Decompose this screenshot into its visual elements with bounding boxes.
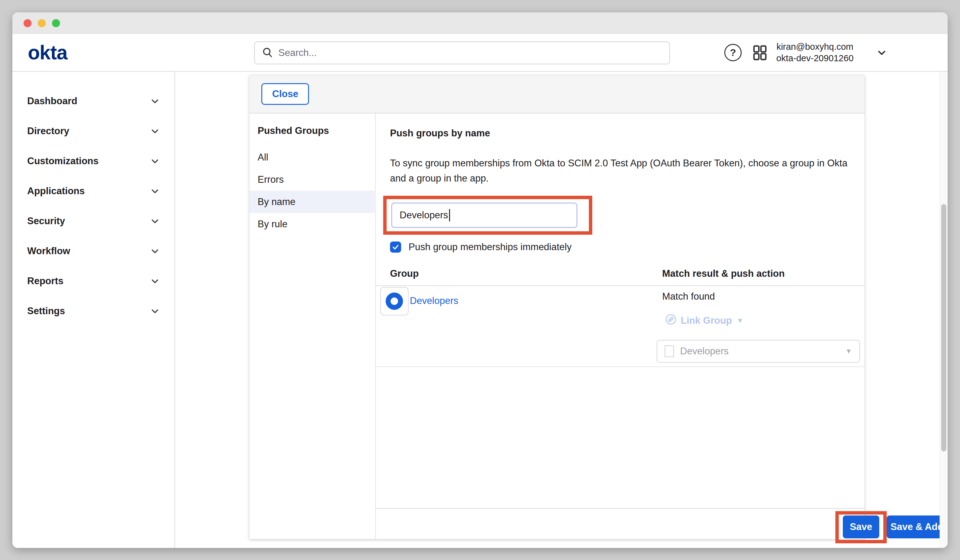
window-close-button[interactable] <box>24 19 32 27</box>
pushed-groups-tab-by-name[interactable]: By name <box>250 191 374 213</box>
app-group-icon <box>665 346 674 357</box>
group-name-input[interactable]: Developers <box>391 203 578 228</box>
panel-description: To sync group memberships from Okta to S… <box>390 155 854 186</box>
help-icon[interactable]: ? <box>724 44 742 61</box>
pushed-groups-tab-all[interactable]: All <box>250 146 374 168</box>
pushed-groups-title: Pushed Groups <box>258 125 329 136</box>
group-name-link[interactable]: Developers <box>410 295 458 306</box>
text-caret <box>449 209 450 221</box>
annotation-box-save <box>835 511 887 543</box>
panel-title: Push groups by name <box>390 128 490 139</box>
group-donut-icon <box>386 293 403 310</box>
search-placeholder: Search... <box>278 47 317 58</box>
pushed-groups-tab-by-rule[interactable]: By rule <box>250 213 374 235</box>
link-icon <box>665 314 677 328</box>
scrollbar-thumb[interactable] <box>941 204 946 451</box>
pushed-groups-tab-errors[interactable]: Errors <box>250 168 374 191</box>
sidebar-item-security[interactable]: Security <box>12 206 174 236</box>
app-group-value: Developers <box>680 346 839 357</box>
chevron-down-icon <box>150 126 160 136</box>
sidebar-item-customizations[interactable]: Customizations <box>12 146 174 176</box>
app-header: okta Search... ? <box>12 34 948 72</box>
column-header-group: Group <box>390 268 419 279</box>
link-group-caret-icon: ▼ <box>737 317 744 325</box>
match-status: Match found <box>662 291 715 302</box>
window-zoom-button[interactable] <box>52 19 60 27</box>
group-name-input-value: Developers <box>400 210 448 221</box>
footer-divider <box>376 508 864 509</box>
account-org: okta-dev-20901260 <box>776 53 854 64</box>
sidebar-item-reports[interactable]: Reports <box>12 266 174 296</box>
chevron-down-icon <box>150 186 160 196</box>
chevron-down-icon <box>150 216 160 226</box>
okta-logo: okta <box>28 41 67 64</box>
column-header-match: Match result & push action <box>662 268 785 279</box>
group-icon <box>380 287 408 315</box>
sidebar-item-dashboard[interactable]: Dashboard <box>12 86 174 116</box>
chevron-down-icon <box>150 96 160 106</box>
account-chevron-down-icon[interactable] <box>876 47 888 58</box>
table-row-divider <box>376 366 864 367</box>
pushed-groups-nav: Pushed Groups All Errors By name By rule <box>250 114 376 539</box>
push-immediately-label: Push group memberships immediately <box>408 242 571 253</box>
chevron-down-icon <box>150 306 160 316</box>
annotation-box-input: Developers <box>383 196 592 235</box>
account-menu[interactable]: kiran@boxyhq.com okta-dev-20901260 <box>776 41 854 64</box>
push-groups-modal: Close Pushed Groups All Errors By name B… <box>249 75 865 539</box>
select-arrow-icon: ▼ <box>845 347 852 355</box>
browser-window: okta Search... ? <box>12 12 948 548</box>
push-by-name-panel: Push groups by name To sync group member… <box>376 114 864 539</box>
sidebar-nav: Dashboard Directory Customizations Appli… <box>12 72 175 548</box>
window-titlebar <box>12 12 948 34</box>
apps-grid-icon[interactable] <box>752 44 768 61</box>
search-icon <box>262 46 274 59</box>
push-immediately-checkbox[interactable] <box>390 242 401 253</box>
modal-header: Close <box>250 75 864 114</box>
save-add-another-button[interactable]: Save & Add Another <box>887 515 948 538</box>
window-minimize-button[interactable] <box>38 19 46 27</box>
account-email: kiran@boxyhq.com <box>776 41 854 53</box>
sidebar-item-workflow[interactable]: Workflow <box>12 236 174 266</box>
table-header-divider <box>376 285 864 286</box>
sidebar-item-settings[interactable]: Settings <box>12 296 174 326</box>
push-immediately-row: Push group memberships immediately <box>390 242 571 253</box>
chevron-down-icon <box>150 156 160 166</box>
link-group-dropdown[interactable]: Link Group ▼ <box>665 314 744 328</box>
app-group-select[interactable]: Developers ▼ <box>657 340 860 363</box>
modal-body: Pushed Groups All Errors By name By rule… <box>250 114 864 539</box>
search-input[interactable]: Search... <box>254 42 670 64</box>
content-area: Close Pushed Groups All Errors By name B… <box>176 72 948 548</box>
screen: okta Search... ? <box>0 0 960 560</box>
sidebar-item-directory[interactable]: Directory <box>12 116 174 146</box>
vertical-scrollbar[interactable] <box>939 72 948 548</box>
sidebar-item-applications[interactable]: Applications <box>12 176 174 206</box>
close-button[interactable]: Close <box>261 83 309 105</box>
chevron-down-icon <box>150 246 160 256</box>
chevron-down-icon <box>150 276 160 286</box>
link-group-label: Link Group <box>681 315 732 326</box>
check-icon <box>392 243 400 251</box>
